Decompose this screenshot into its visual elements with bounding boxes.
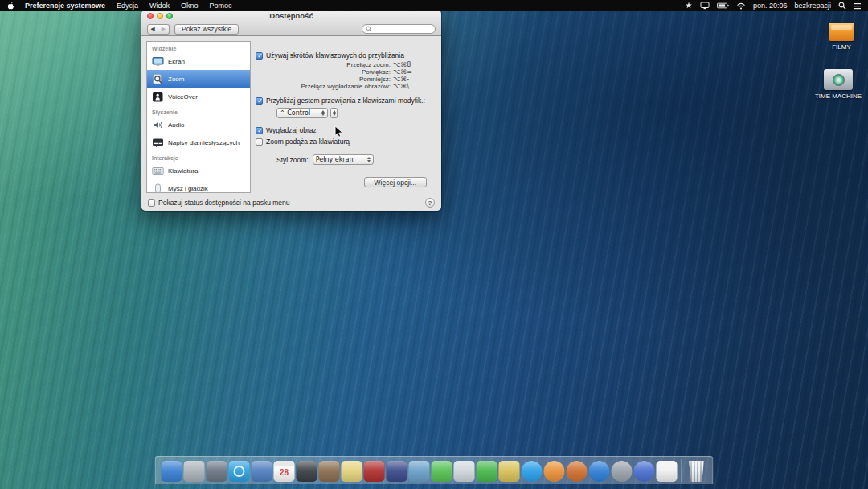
dock-icon-preview[interactable] [409,461,430,482]
shortcut-row-pomniejsz: Pomniejsz:⌥⌘- [256,76,436,83]
dock-icon-launchpad[interactable] [184,461,205,482]
sidebar-item-voiceover[interactable]: VoiceOver [147,88,250,105]
game-center-icon [499,461,520,482]
sidebar-item-audio[interactable]: Audio [147,116,250,134]
system-preferences-icon [612,461,633,482]
dock-icon-aperture[interactable] [567,461,588,482]
dock-icon-textedit[interactable] [657,461,678,482]
external-drive-icon [829,23,854,41]
notification-center-icon[interactable] [854,2,862,10]
dock-icon-system-preferences[interactable] [612,461,633,482]
smooth-images-checkbox[interactable] [256,127,263,134]
dock-icon-trash[interactable] [686,461,707,482]
screen: Preferencje systemoweEdycjaWidokOknoPomo… [0,0,868,489]
sidebar-item-label: Ekran [168,58,186,65]
menu-edycja[interactable]: Edycja [111,2,144,10]
preview-icon [409,461,430,482]
shortcut-list: Przełącz zoom:⌥⌘8Powiększ:⌥⌘=Pomniejsz:⌥… [256,61,436,90]
dock-icon-stickies[interactable] [634,461,655,482]
dock-icon-photo-booth[interactable] [297,461,317,482]
sidebar-item-zoom[interactable]: Zoom [147,70,250,88]
dock-icon-dvd-player[interactable] [364,461,385,482]
dock-icon-app-store[interactable] [589,461,610,482]
desktop-icon-label: TIME MACHINE [815,92,862,100]
display-menu-icon[interactable] [700,2,710,10]
dock-icon-itunes[interactable] [522,461,542,482]
wifi-icon[interactable] [736,2,746,10]
dock-icon-safari[interactable] [229,461,250,482]
sidebar-item-napisy-dla-nies-ysz-cych[interactable]: Napisy dla niesłyszących [147,134,250,151]
shortcut-keys: ⌥⌘8 [393,61,411,68]
scroll-gesture-label: Przybliżaj gestem przewijania z klawisza… [266,97,425,105]
dock-icon-calendar[interactable]: 28 [274,461,295,482]
photo-booth-icon [297,461,317,482]
help-button[interactable]: ? [425,198,435,208]
zoom-style-row: Styl zoom: Pełny ekran [276,154,436,165]
dock-icon-notes[interactable] [342,461,362,482]
spotlight-icon[interactable] [838,2,846,10]
dock-icon-mail[interactable] [252,461,272,482]
accessibility-sidebar: WidzenieEkranZoomVoiceOverSłyszenieAudio… [146,41,251,193]
follow-keyboard-row: Zoom podąża za klawiaturą [256,138,436,146]
captions-icon [152,138,164,148]
input-source-icon[interactable] [685,2,693,10]
battery-icon[interactable] [717,2,729,9]
compass-ring-icon [234,466,245,477]
menu-widok[interactable]: Widok [144,2,175,10]
search-field[interactable] [362,24,436,34]
user-menu[interactable]: bezkrepacji [794,2,831,10]
voiceover-icon [152,92,164,102]
popup-arrows-icon [321,110,325,117]
toolbar: ◀ ▶ Pokaż wszystkie [141,22,441,36]
use-shortcuts-label: Używaj skrótów klawiszowych do przybliża… [266,51,404,60]
maps-icon [454,461,475,482]
window-content: WidzenieEkranZoomVoiceOverSłyszenieAudio… [141,36,441,211]
more-options-button[interactable]: Więcej opcji... [364,177,427,187]
status-menu-checkbox[interactable] [148,199,155,207]
forward-button[interactable]: ▶ [158,24,170,35]
search-icon [366,26,372,32]
scroll-gesture-checkbox[interactable] [256,97,263,105]
menu-bar: Preferencje systemoweEdycjaWidokOknoPomo… [0,0,868,11]
dock-separator [682,459,682,482]
desktop-icon-filmy[interactable]: FILMY [813,23,868,51]
use-shortcuts-checkbox[interactable] [256,52,263,60]
dock-icon-mission-control[interactable] [207,461,227,482]
dock-icon-maps[interactable] [454,461,475,482]
sidebar-item-klawiatura[interactable]: Klawiatura [147,162,250,179]
show-all-button[interactable]: Pokaż wszystkie [174,24,239,35]
follow-keyboard-checkbox[interactable] [256,138,263,146]
zoom-style-popup[interactable]: Pełny ekran [313,154,374,165]
dock-icon-ibooks[interactable] [544,461,565,482]
modifier-stepper[interactable] [330,108,338,118]
back-button[interactable]: ◀ [147,24,158,35]
clock[interactable]: pon. 20:06 [753,2,788,10]
aperture-icon [567,461,588,482]
dvd-player-icon [364,461,385,482]
zoom-icon [152,74,164,84]
dock-icon-game-center[interactable] [499,461,520,482]
time-machine-dial-icon [833,74,845,86]
dock-icon-finder[interactable] [162,461,182,482]
sidebar-item-ekran[interactable]: Ekran [147,52,250,70]
modifier-popup[interactable]: ⌃ Control [276,108,328,118]
quicktime-icon [387,461,407,482]
sidebar-item-mysz-i-g-adzik[interactable]: Mysz i gładzik [147,179,250,193]
dock-icon-quicktime[interactable] [387,461,407,482]
sidebar-item-label: Napisy dla niesłyszących [168,139,241,146]
menu-preferencje-systemowe[interactable]: Preferencje systemowe [19,2,111,10]
sidebar-item-label: Audio [168,121,186,129]
sidebar-section-widzenie: Widzenie [147,42,250,52]
desktop-icon-time-machine[interactable]: TIME MACHINE [810,69,866,100]
menu-okno[interactable]: Okno [175,2,204,10]
smooth-images-row: Wygładzaj obraz [256,126,436,134]
dock-icon-facetime[interactable] [477,461,497,482]
dock-icon-messages[interactable] [432,461,452,482]
dock-icon-contacts[interactable] [319,461,340,482]
apple-menu[interactable] [7,2,14,10]
title-bar[interactable]: Dostępność [141,10,441,22]
apple-icon [7,2,14,10]
sidebar-item-label: VoiceOver [168,93,199,101]
menu-pomoc[interactable]: Pomoc [204,2,238,10]
shortcut-label: Przełącz wygładzanie obrazów: [256,83,391,90]
